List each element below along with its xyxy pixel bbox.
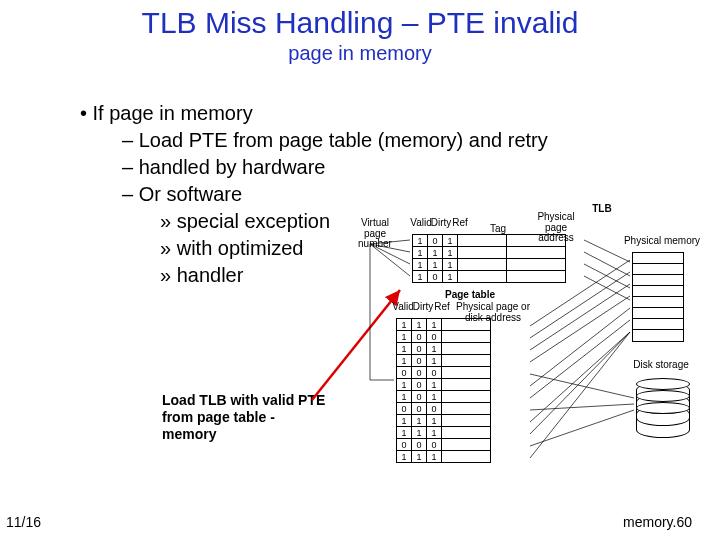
svg-line-22 bbox=[530, 410, 634, 446]
svg-line-16 bbox=[530, 320, 630, 398]
svg-line-9 bbox=[584, 264, 630, 288]
bullet-l1: If page in memory bbox=[80, 100, 640, 127]
svg-line-8 bbox=[584, 252, 630, 276]
tlb-table: 101111111101 bbox=[412, 234, 566, 283]
label-pt: Page table bbox=[430, 290, 510, 301]
svg-line-18 bbox=[530, 332, 630, 434]
label-vpn: Virtual page number bbox=[350, 218, 400, 250]
label-tag: Tag bbox=[478, 224, 518, 235]
label-pm: Physical memory bbox=[622, 236, 702, 247]
svg-line-21 bbox=[530, 404, 634, 410]
diagram: Virtual page number Valid Dirty Ref Tag … bbox=[360, 200, 700, 460]
label-disk: Disk storage bbox=[626, 360, 696, 371]
svg-line-14 bbox=[530, 296, 630, 362]
svg-line-15 bbox=[530, 308, 630, 386]
svg-line-13 bbox=[530, 284, 630, 350]
annotation-lead: Load TLB bbox=[162, 392, 227, 408]
svg-line-19 bbox=[530, 332, 630, 458]
page-table: 111100101101000101101000111111000111 bbox=[396, 318, 491, 463]
physical-memory bbox=[632, 252, 684, 342]
footer-pageno: memory.60 bbox=[623, 514, 692, 530]
svg-line-10 bbox=[584, 276, 630, 300]
slide-title: TLB Miss Handling – PTE invalid bbox=[0, 6, 720, 39]
label-pt-ref: Ref bbox=[430, 302, 454, 313]
svg-line-20 bbox=[530, 374, 634, 398]
label-tlb: TLB bbox=[582, 204, 622, 215]
disk-icon-3 bbox=[636, 406, 690, 438]
bullet-l2b: handled by hardware bbox=[122, 154, 640, 181]
footer-date: 11/16 bbox=[6, 514, 41, 530]
bullet-l2a: Load PTE from page table (memory) and re… bbox=[122, 127, 640, 154]
slide-subtitle: page in memory bbox=[0, 42, 720, 65]
annotation-text: Load TLB with valid PTE from page table … bbox=[162, 392, 332, 442]
svg-line-17 bbox=[530, 332, 630, 422]
label-ref: Ref bbox=[448, 218, 472, 229]
